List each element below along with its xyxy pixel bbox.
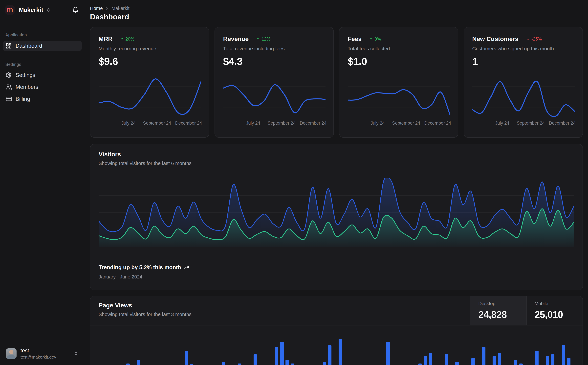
stat-card-new-customers: New Customers-25%Customers who signed up…: [463, 27, 583, 138]
x-axis-tick-label: September 24: [143, 121, 171, 126]
bar: [285, 360, 289, 365]
trend-value: 20%: [125, 36, 134, 42]
bar: [323, 362, 326, 365]
page-views-bar-chart[interactable]: [100, 325, 576, 365]
bar: [455, 362, 459, 365]
visitors-area-chart[interactable]: [99, 178, 574, 247]
stat-sparkline-chart[interactable]: July 24September 24December 24: [472, 76, 574, 119]
trend-value: -25%: [532, 36, 542, 42]
arrow-up-icon: 12%: [256, 36, 270, 42]
bar: [280, 342, 284, 365]
bar: [514, 360, 517, 365]
bar: [535, 351, 539, 365]
chevrons-up-down-icon: [46, 8, 51, 12]
x-axis-tick-label: December 24: [549, 121, 576, 126]
bar: [222, 362, 225, 365]
bar: [429, 353, 432, 365]
credit-card-icon: [6, 96, 12, 102]
user-name: test: [21, 348, 56, 353]
stat-title: MRR: [99, 35, 112, 42]
sidebar-item-billing[interactable]: Billing: [3, 94, 82, 104]
arrow-up-icon: 20%: [120, 36, 134, 42]
layout-dashboard-icon: [6, 43, 12, 49]
x-axis-tick-label: July 24: [246, 121, 260, 126]
x-axis-tick-label: December 24: [175, 121, 202, 126]
user-email: test@makerkit.dev: [21, 355, 56, 359]
page-views-header: Page Views Showing total visitors for th…: [90, 296, 582, 325]
sidebar-item-label: Dashboard: [15, 43, 42, 49]
sidebar-item-settings[interactable]: Settings: [3, 70, 82, 80]
bar: [546, 356, 549, 365]
chevron-right-icon: [105, 7, 109, 10]
x-axis-tick-label: July 24: [122, 121, 136, 126]
stat-subtitle: Total fees collected: [348, 46, 450, 51]
arrow-down-icon: -25%: [526, 36, 542, 42]
page-views-toggle-mobile[interactable]: Mobile 25,010: [526, 296, 582, 325]
mobile-label: Mobile: [535, 301, 582, 306]
stat-value: $1.0: [348, 56, 450, 67]
breadcrumb-home-link[interactable]: Home: [90, 6, 103, 11]
sidebar-item-label: Settings: [15, 72, 35, 78]
bar: [238, 364, 241, 365]
x-axis-tick-label: July 24: [495, 121, 509, 126]
sidebar-section-application: Application: [5, 32, 27, 38]
bar: [328, 345, 332, 365]
bar: [126, 364, 130, 365]
stat-sparkline-chart[interactable]: July 24September 24December 24: [348, 76, 450, 119]
bar: [492, 356, 496, 365]
user-menu[interactable]: test test@makerkit.dev: [6, 348, 78, 359]
gear-icon: [6, 72, 12, 78]
sidebar-item-label: Billing: [15, 96, 30, 102]
stat-sparkline-chart[interactable]: July 24September 24December 24: [223, 76, 325, 119]
stat-card-fees: Fees9%Total fees collected$1.0July 24Sep…: [339, 27, 458, 138]
visitors-card-header: Visitors Showing total visitors for the …: [90, 144, 582, 172]
visitors-card: Visitors Showing total visitors for the …: [90, 144, 583, 290]
bar: [190, 364, 193, 365]
bell-icon[interactable]: [72, 7, 79, 13]
mobile-value: 25,010: [535, 309, 582, 320]
stat-title: Revenue: [223, 35, 249, 42]
page-views-toggle-desktop[interactable]: Desktop 24,828: [470, 296, 526, 325]
stat-card-mrr: MRR20%Monthly recurring revenue$9.6July …: [90, 27, 209, 138]
visitors-subtitle: Showing total visitors for the last 6 mo…: [99, 161, 574, 166]
bar: [471, 358, 475, 365]
bar: [418, 364, 422, 365]
bar: [254, 354, 257, 365]
bar: [519, 364, 523, 365]
stat-sparkline-chart[interactable]: July 24September 24December 24: [99, 76, 201, 119]
stat-value: $9.6: [99, 56, 201, 67]
trend-value: 12%: [262, 36, 270, 42]
trending-up-icon: [181, 265, 189, 270]
bar: [445, 354, 448, 365]
sidebar-item-label: Members: [15, 84, 38, 90]
bar: [551, 354, 554, 365]
stat-title: Fees: [348, 35, 362, 42]
x-axis-tick-label: July 24: [371, 121, 385, 126]
main-content: Home Makerkit Dashboard MRR20%Monthly re…: [85, 0, 588, 365]
x-axis-tick-label: September 24: [268, 121, 296, 126]
makerkit-logo: m: [5, 5, 14, 14]
bar: [137, 360, 140, 365]
bar: [275, 347, 278, 365]
chevrons-up-down-icon: [74, 351, 78, 356]
stat-card-revenue: Revenue12%Total revenue including fees$4…: [214, 27, 334, 138]
sidebar-item-members[interactable]: Members: [3, 82, 82, 92]
trend-value: 9%: [374, 36, 381, 42]
page-views-card: Page Views Showing total visitors for th…: [90, 296, 583, 365]
users-icon: [6, 84, 12, 90]
sidebar-section-settings: Settings: [5, 62, 21, 67]
breadcrumb-current: Makerkit: [111, 6, 130, 11]
sidebar-item-dashboard[interactable]: Dashboard: [3, 41, 82, 51]
workspace-selector[interactable]: m Makerkit: [5, 5, 79, 14]
arrow-up-icon: 9%: [369, 36, 381, 42]
page-views-title: Page Views: [99, 302, 462, 309]
x-axis-tick-label: December 24: [424, 121, 451, 126]
visitors-trend-text: Trending up by 5.2% this month: [99, 264, 181, 271]
bar: [567, 358, 570, 365]
x-axis-tick-label: December 24: [300, 121, 326, 126]
desktop-label: Desktop: [478, 301, 526, 306]
visitors-footer: Trending up by 5.2% this month January -…: [99, 264, 189, 280]
visitors-title: Visitors: [99, 151, 574, 158]
x-axis-tick-label: September 24: [392, 121, 420, 126]
stat-subtitle: Total revenue including fees: [223, 46, 325, 51]
